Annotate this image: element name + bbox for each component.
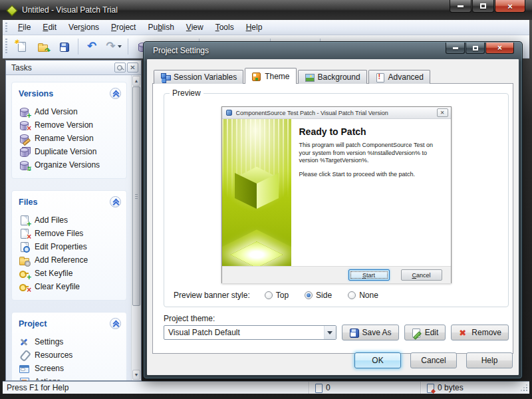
advanced-icon	[375, 72, 385, 82]
menu-project[interactable]: Project	[105, 21, 142, 33]
cancel-button[interactable]: Cancel	[410, 352, 457, 368]
pin-button[interactable]	[114, 63, 126, 72]
menu-tools[interactable]: Tools	[209, 21, 240, 33]
menu-edit[interactable]: Edit	[37, 21, 63, 33]
actions-icon	[19, 376, 29, 380]
section-title: Files	[19, 198, 110, 207]
undo-button[interactable]	[83, 37, 102, 56]
task-actions[interactable]: Actions	[19, 375, 121, 380]
save-button[interactable]	[55, 37, 73, 56]
preview-patch-dialog: ComponentSource Test Patch - Visual Patc…	[221, 106, 452, 283]
remove-button[interactable]: Remove	[451, 325, 509, 340]
tasks-close-button[interactable]: ✕	[127, 63, 138, 72]
save-icon	[59, 41, 69, 52]
tasks-panel-title: Tasks	[11, 63, 113, 72]
task-add-reference[interactable]: Add Reference	[19, 253, 121, 267]
tab-theme[interactable]: Theme	[245, 68, 296, 84]
help-button[interactable]: Help	[466, 352, 513, 368]
task-add-version[interactable]: Add Version	[19, 105, 121, 118]
main-window: Untitled - Visual Patch Trial × File Edi…	[0, 0, 532, 399]
save-icon	[349, 328, 359, 338]
task-edit-properties[interactable]: Edit Properties	[19, 240, 121, 253]
collapse-chevron-icon[interactable]	[110, 196, 121, 207]
new-button[interactable]	[12, 37, 31, 56]
task-add-files[interactable]: Add Files	[19, 213, 121, 227]
menu-help[interactable]: Help	[240, 21, 269, 33]
edit-button[interactable]: Edit	[404, 325, 446, 340]
edit-icon	[412, 328, 422, 338]
dialog-minimize-button[interactable]	[446, 43, 465, 54]
radio-icon[interactable]	[265, 291, 273, 299]
dialog-close-button[interactable]: ×	[485, 43, 514, 54]
close-button[interactable]: ×	[495, 0, 525, 13]
preview-body-text: This program will patch ComponentSource …	[299, 142, 444, 165]
menu-file[interactable]: File	[12, 21, 37, 33]
close-icon: ✕	[130, 65, 135, 71]
tasks-panel-header: Tasks ✕	[6, 61, 141, 75]
task-remove-version[interactable]: Remove Version	[19, 118, 121, 132]
menu-versions[interactable]: Versions	[63, 21, 105, 33]
dialog-title: Project Settings	[153, 46, 209, 55]
maximize-button[interactable]	[472, 0, 494, 13]
radio-icon[interactable]	[348, 291, 356, 299]
preview-title-bar: ComponentSource Test Patch - Visual Patc…	[222, 107, 451, 119]
preview-start-button: Start	[348, 269, 390, 281]
section-title: Versions	[19, 89, 110, 98]
radio-top[interactable]: Top	[265, 291, 289, 300]
task-remove-files[interactable]: Remove Files	[19, 227, 121, 240]
redo-dropdown-icon[interactable]	[118, 45, 122, 48]
dialog-button-row: OK Cancel Help	[354, 352, 513, 368]
minimize-button[interactable]	[450, 0, 471, 13]
db-rename-icon	[19, 133, 29, 144]
radio-checked-icon[interactable]	[305, 291, 313, 299]
tab-background[interactable]: Background	[298, 70, 367, 84]
tasks-scrollbar[interactable]: ▲ ▼	[131, 75, 141, 380]
dialog-maximize-button[interactable]	[466, 43, 485, 54]
task-clear-keyfile[interactable]: Clear Keyfile	[19, 280, 121, 293]
minimize-icon	[453, 47, 458, 49]
menu-view[interactable]: View	[180, 21, 209, 33]
chevron-down-icon[interactable]	[324, 326, 336, 339]
preview-footer: Start Cancel	[222, 266, 451, 283]
file-size-icon	[426, 384, 434, 392]
tasks-panel: Tasks ✕ Versions Add Version Remove Vers…	[5, 60, 142, 381]
close-icon: ×	[507, 2, 513, 11]
tab-session-variables[interactable]: Session Variables	[154, 70, 243, 84]
scrollbar-thumb[interactable]	[132, 86, 140, 306]
save-as-button[interactable]: Save As	[342, 325, 399, 340]
task-duplicate-version[interactable]: Duplicate Version	[19, 145, 121, 158]
tab-advanced[interactable]: Advanced	[368, 70, 430, 84]
resize-grip[interactable]	[519, 383, 528, 392]
menu-bar: File Edit Versions Project Publish View …	[3, 20, 529, 35]
task-screens[interactable]: Screens	[19, 362, 121, 375]
task-rename-version[interactable]: Rename Version	[19, 132, 121, 145]
project-theme-row: Visual Patch Default Save As Edit Remove	[164, 325, 509, 340]
task-set-keyfile[interactable]: Set Keyfile	[19, 267, 121, 280]
task-organize-versions[interactable]: Organize Versions	[19, 158, 121, 172]
radio-none[interactable]: None	[348, 291, 378, 300]
preview-title: ComponentSource Test Patch - Visual Patc…	[236, 110, 437, 116]
page-remove-icon	[19, 228, 29, 239]
radio-side[interactable]: Side	[305, 291, 332, 300]
settings-icon	[19, 336, 29, 347]
menu-publish[interactable]: Publish	[142, 21, 180, 33]
app-icon	[7, 5, 17, 15]
title-bar[interactable]: Untitled - Visual Patch Trial ×	[0, 0, 532, 20]
redo-button[interactable]	[104, 37, 123, 56]
project-theme-label: Project theme:	[164, 314, 215, 323]
task-settings[interactable]: Settings	[19, 335, 121, 348]
preview-groupbox-label: Preview	[170, 88, 203, 98]
collapse-chevron-icon[interactable]	[110, 318, 121, 329]
scroll-down-icon[interactable]: ▼	[132, 370, 140, 380]
tasks-panel-body: Versions Add Version Remove Version Rena…	[6, 75, 131, 380]
preview-banner-image	[222, 119, 291, 266]
resources-icon	[19, 350, 29, 360]
task-resources[interactable]: Resources	[19, 348, 121, 362]
file-count-value: 0	[326, 383, 331, 392]
open-button[interactable]	[33, 37, 52, 56]
ok-button[interactable]: OK	[354, 352, 401, 368]
collapse-chevron-icon[interactable]	[110, 88, 121, 99]
project-theme-dropdown[interactable]: Visual Patch Default	[164, 325, 336, 340]
window-title: Untitled - Visual Patch Trial	[22, 5, 118, 15]
scroll-up-icon[interactable]: ▲	[132, 76, 140, 86]
